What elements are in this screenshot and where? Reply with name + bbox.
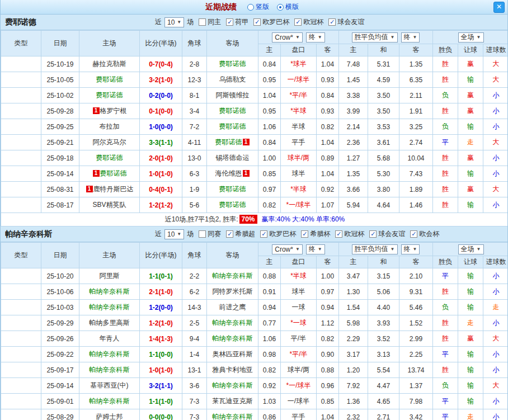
sub-header-odds_home: 主 [258, 256, 281, 268]
filter-option[interactable]: ✓欧冠杯 [294, 17, 323, 27]
score-cell: 1-2(0-0) [140, 300, 182, 315]
odds-source-select[interactable]: Crow*▼ [272, 244, 303, 254]
odds-away-cell: 0.82 [317, 331, 339, 347]
odds-final-select[interactable]: 终▼ [306, 244, 325, 254]
away-team-name: 帕纳辛奈科斯 [213, 272, 253, 280]
filter-option[interactable]: 同主 [199, 17, 221, 27]
match-row: 欧罗巴杯25-10-02费耶诺德0-2(0-0)8-1阿斯顿维拉1.04*平/半… [1, 88, 508, 103]
scope-select[interactable]: 全场▼ [458, 244, 484, 254]
odds-away-cell: 0.92 [317, 182, 339, 197]
layout-horizontal-option[interactable]: 横版 [277, 2, 299, 12]
away-team-name: 费耶诺德 [219, 60, 246, 68]
away-team-name: 雅典卡利地亚 [213, 366, 253, 374]
match-row: 希腊超25-09-29帕纳多里高斯1-2(1-0)2-5帕纳辛奈科斯0.77*一… [1, 315, 508, 331]
avg-home-cell: 1.54 [339, 300, 368, 315]
filter-option[interactable]: ✓希腊杯 [301, 229, 330, 239]
filter-option[interactable]: ✓球会友谊 [328, 17, 364, 27]
home-team-name: 阿尔克马尔 [93, 138, 126, 146]
league-cell: 荷甲 [1, 182, 41, 197]
handicap-cell: 平手 [281, 409, 317, 420]
summary-stats: 赢率:40% 大:40% 单率:60% [262, 215, 345, 223]
away-team-cell: 帕纳辛奈科斯 [207, 268, 258, 284]
date-cell: 25-10-05 [41, 72, 79, 88]
filter-option[interactable]: ✓欧罗巴杯 [260, 229, 296, 239]
avg-draw-cell: 3.80 [368, 182, 399, 197]
away-team-cell: 费耶诺德 [207, 103, 258, 119]
filter-option[interactable]: ✓欧会杯 [410, 229, 439, 239]
handicap-cell: 平手 [281, 135, 317, 150]
avg-home-cell: 3.99 [339, 103, 368, 119]
results-table: 类型日期主场比分(半场)角球客场Crow*▼终▼胜平负均值▼终▼全场▼主盘口客主… [1, 242, 508, 420]
result-cell: 胜 [433, 284, 458, 300]
result-cell: 平 [433, 135, 458, 150]
vertical-label: 竖版 [256, 2, 269, 12]
filter-option[interactable]: ✓希腊超 [226, 229, 255, 239]
goals-cell: 小 [483, 150, 508, 166]
handicap-cell: *半球 [281, 182, 317, 197]
date-cell: 25-09-29 [41, 315, 79, 331]
score-cell: 1-0(1-0) [140, 166, 182, 182]
league-cell: 希腊超 [1, 394, 41, 409]
dropdown-arrow-icon: ▼ [477, 247, 481, 252]
home-team-cell: 费耶诺德 [79, 72, 140, 88]
date-cell: 25-09-21 [41, 135, 79, 150]
dropdown-arrow-icon: ▼ [477, 35, 481, 40]
filter-option[interactable]: ✓球会友谊 [369, 229, 405, 239]
close-button[interactable]: ✕ [493, 2, 505, 13]
home-team-name: 基菲西亚(中) [91, 381, 129, 389]
home-team-name: 萨姆士邦 [96, 413, 123, 420]
radio-unselected-icon [247, 4, 254, 11]
corner-cell: 7-3 [182, 394, 207, 409]
games-count-select[interactable]: 10▼ [164, 229, 184, 239]
sub-header-avg_away: 客 [399, 44, 433, 56]
odds-home-cell: 1.03 [258, 394, 281, 409]
scope-select-value: 全场 [461, 244, 474, 254]
dropdown-arrow-icon: ▼ [177, 20, 181, 25]
corner-cell: 2-2 [182, 268, 207, 284]
odds-home-cell: 1.04 [258, 88, 281, 103]
odds-away-cell: 0.84 [317, 88, 339, 103]
home-team-name: SBV精英队 [92, 201, 126, 209]
away-team-name: 前进之鹰 [219, 303, 246, 311]
games-count-select[interactable]: 10▼ [164, 17, 184, 27]
sub-header-odds_home: 主 [258, 44, 281, 56]
odds-source-select-value: Crow* [275, 246, 293, 253]
odds-home-cell: 0.88 [258, 268, 281, 284]
sub-header-goals: 进球数 [483, 256, 508, 268]
handicap-cell: 球半/两 [281, 362, 317, 378]
sub-header-result: 胜负 [433, 256, 458, 268]
away-team-cell: 帕纳辛奈科斯 [207, 409, 258, 420]
goals-cell: 大 [483, 56, 508, 72]
avg-home-cell: 2.36 [339, 135, 368, 150]
avg-home-cell: 2.32 [339, 409, 368, 420]
odds-home-cell: 0.92 [258, 378, 281, 394]
score-cell: 1-2(1-2) [140, 197, 182, 213]
layout-vertical-option[interactable]: 竖版 [247, 2, 269, 12]
handicap-cell: *平/半 [281, 88, 317, 103]
filter-option[interactable]: ✓欧罗巴杯 [253, 17, 289, 27]
handicap-result-cell: 输 [458, 197, 483, 213]
away-team-cell: 帕纳辛奈科斯 [207, 331, 258, 347]
avg-final-select[interactable]: 终▼ [401, 244, 420, 254]
result-cell: 胜 [433, 315, 458, 331]
avg-away-cell: 1.46 [399, 197, 433, 213]
avg-draw-cell: 4.64 [368, 197, 399, 213]
horizontal-label: 横版 [285, 2, 299, 12]
filter-option[interactable]: 同赛 [199, 229, 221, 239]
avg-draw-cell: 3.50 [368, 88, 399, 103]
odds-away-cell: 1.04 [317, 166, 339, 182]
avg-select[interactable]: 胜平负均值▼ [352, 244, 398, 254]
avg-select[interactable]: 胜平负均值▼ [352, 32, 398, 43]
scope-select-value: 全场 [461, 32, 474, 42]
odds-source-select[interactable]: Crow*▼ [272, 32, 303, 43]
odds-final-select[interactable]: 终▼ [306, 32, 325, 43]
odds-away-cell: 0.82 [317, 119, 339, 135]
filter-option[interactable]: ✓欧冠杯 [335, 229, 364, 239]
date-cell: 25-08-17 [41, 197, 79, 213]
filter-option[interactable]: ✓荷甲 [226, 17, 248, 27]
col-header-score: 比分(半场) [140, 243, 182, 268]
avg-final-select[interactable]: 终▼ [401, 32, 420, 43]
corner-cell: 1-4 [182, 347, 207, 362]
home-team-cell: 帕纳辛奈科斯 [79, 347, 140, 362]
scope-select[interactable]: 全场▼ [458, 32, 484, 43]
